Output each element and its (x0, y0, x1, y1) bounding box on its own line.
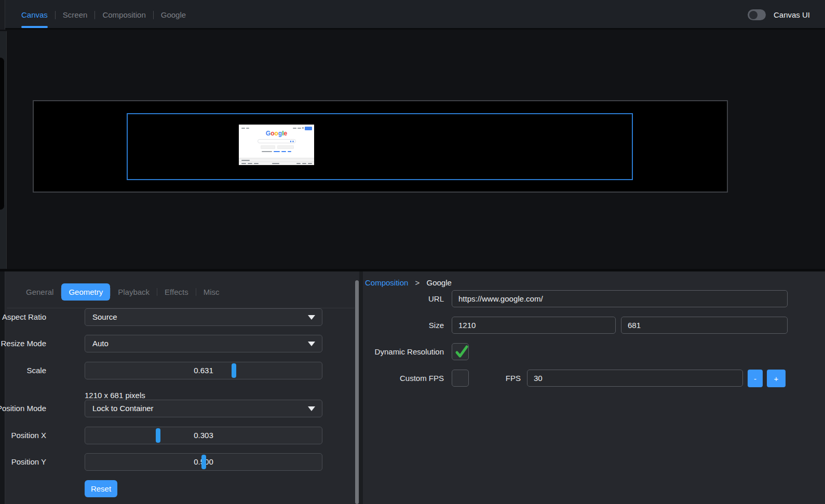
panel-scrollbar-thumb[interactable] (355, 280, 359, 504)
url-label: URL (330, 290, 444, 308)
position-y-label: Position Y (0, 453, 46, 471)
tab-effects-label: Effects (165, 288, 188, 296)
tab-misc-label: Misc (204, 288, 220, 296)
thumb-language-links (239, 151, 314, 152)
tab-geometry-label: Geometry (69, 288, 103, 296)
top-tab-bar: Canvas Screen Composition Google Canvas … (0, 0, 825, 30)
thumb-text-smudge (262, 151, 272, 152)
logo-letter: o (274, 130, 278, 137)
chevron-down-icon (308, 406, 315, 411)
reset-button[interactable]: Reset (85, 480, 117, 497)
canvas-ui-toggle[interactable] (748, 9, 766, 20)
aspect-ratio-dropdown[interactable]: Source (85, 308, 322, 326)
resize-mode-value: Auto (92, 335, 109, 352)
position-x-slider-handle[interactable] (156, 428, 160, 443)
thumb-search-bar (258, 139, 296, 143)
position-y-slider[interactable]: 0.500 (85, 453, 322, 471)
tab-composition[interactable]: Composition (95, 0, 153, 30)
thumb-mic-icon (290, 141, 291, 142)
tab-composition-label: Composition (102, 10, 145, 19)
selected-layer-bounds[interactable]: Google (127, 113, 633, 180)
scale-label: Scale (0, 362, 46, 379)
tab-playback-label: Playback (118, 288, 150, 296)
position-mode-value: Lock to Container (92, 400, 154, 417)
thumb-text-smudge (302, 163, 306, 164)
scale-slider[interactable]: 0.631 (85, 362, 322, 379)
position-mode-dropdown[interactable]: Lock to Container (85, 400, 322, 417)
left-edge-strip (0, 0, 5, 30)
source-settings-panel: Composition > Google URL Size Dynamic Re… (363, 271, 825, 504)
size-width-input[interactable] (452, 317, 616, 334)
fps-decrement-button[interactable]: - (748, 370, 763, 387)
thumb-search-icon (292, 141, 294, 142)
thumb-google-logo: Google (239, 130, 314, 137)
breadcrumb-current: Google (426, 278, 451, 287)
tab-geometry[interactable]: Geometry (61, 283, 110, 301)
thumb-link-smudge (274, 151, 280, 152)
thumb-text-smudge (241, 163, 246, 164)
tab-general-label: General (26, 288, 53, 296)
position-x-slider[interactable]: 0.303 (85, 427, 322, 444)
tab-screen[interactable]: Screen (56, 0, 95, 30)
aspect-ratio-value: Source (92, 309, 117, 325)
top-tabs: Canvas Screen Composition Google (7, 0, 193, 30)
scale-slider-handle[interactable] (232, 363, 236, 378)
thumb-text-smudge (241, 160, 250, 161)
tab-misc[interactable]: Misc (196, 283, 227, 301)
position-y-slider-handle[interactable] (201, 455, 206, 469)
scale-value: 0.631 (85, 362, 322, 379)
thumb-text-smudge (308, 163, 312, 164)
thumb-search-button (261, 145, 275, 149)
position-x-label: Position X (0, 427, 46, 444)
thumb-footer (239, 158, 314, 165)
thumb-text-smudge (293, 128, 296, 129)
position-x-row: Position X 0.303 (7, 427, 323, 444)
layer-properties-panel: General Geometry Playback Effects Misc A… (7, 271, 355, 504)
resize-mode-row: Resize Mode Auto (7, 335, 323, 352)
logo-letter: G (266, 130, 271, 137)
tab-playback[interactable]: Playback (111, 283, 157, 301)
resize-mode-dropdown[interactable]: Auto (85, 335, 322, 352)
canvas-preview-area[interactable]: Google (0, 31, 825, 269)
tab-general[interactable]: General (19, 283, 61, 301)
dynamic-resolution-label: Dynamic Resolution (330, 343, 444, 361)
offscreen-panel-edge (0, 57, 5, 210)
active-tab-underline (21, 26, 48, 28)
custom-fps-checkbox[interactable] (452, 370, 469, 387)
dynamic-resolution-checkbox[interactable] (452, 343, 469, 360)
google-page-thumbnail[interactable]: Google (239, 125, 314, 165)
dynamic-resolution-row: Dynamic Resolution (363, 343, 825, 361)
scale-row: Scale 0.631 (7, 362, 323, 379)
position-y-row: Position Y 0.500 (7, 453, 323, 471)
size-row: Size (363, 317, 825, 334)
thumb-footer-row (239, 161, 314, 165)
position-mode-row: Position Mode Lock to Container (7, 400, 323, 417)
thumb-link-smudge (288, 151, 291, 152)
thumb-text-smudge (248, 163, 252, 164)
size-height-input[interactable] (621, 317, 788, 334)
thumb-lucky-button (277, 145, 294, 149)
canvas-frame[interactable]: Google (33, 100, 728, 193)
custom-fps-label: Custom FPS (330, 370, 444, 387)
fps-label: FPS (485, 370, 521, 387)
tab-screen-label: Screen (63, 10, 88, 19)
tab-canvas-label: Canvas (21, 10, 48, 19)
thumb-link-smudge (281, 151, 286, 152)
logo-letter: e (284, 130, 288, 137)
url-input[interactable] (452, 290, 788, 307)
breadcrumb-composition-link[interactable]: Composition (365, 278, 408, 287)
fps-increment-button[interactable]: + (767, 370, 786, 387)
breadcrumb-separator: > (415, 278, 420, 287)
tab-google-label: Google (161, 10, 186, 19)
url-row: URL (363, 290, 825, 308)
properties-tabs: General Geometry Playback Effects Misc (7, 283, 227, 301)
thumb-text-smudge (246, 128, 249, 129)
tab-canvas[interactable]: Canvas (14, 0, 55, 30)
thumb-text-smudge (296, 163, 301, 164)
fps-input[interactable] (527, 370, 743, 387)
tab-google[interactable]: Google (154, 0, 193, 30)
toggle-knob-icon (749, 11, 758, 19)
chevron-down-icon (308, 315, 315, 320)
thumb-apps-grid-icon (302, 127, 304, 129)
tab-effects[interactable]: Effects (157, 283, 196, 301)
